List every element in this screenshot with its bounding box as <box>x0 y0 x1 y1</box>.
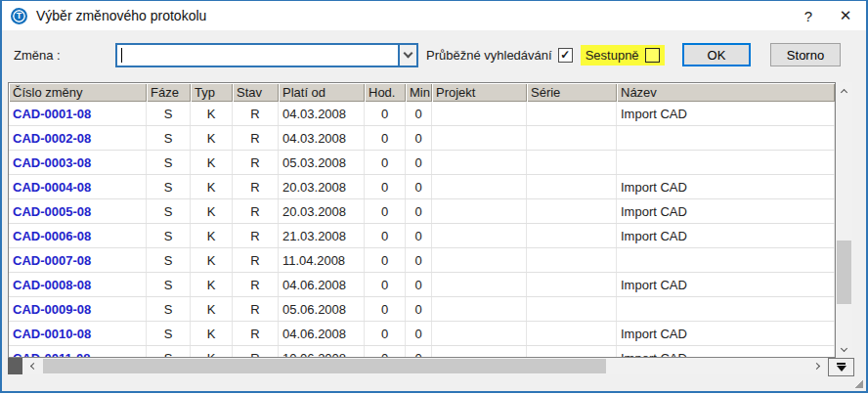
column-header[interactable]: Stav <box>233 83 279 102</box>
table-row[interactable]: CAD-0005-08SKR20.03.200800Import CAD <box>9 199 835 224</box>
change-number-link[interactable]: CAD-0011-08 <box>9 346 147 358</box>
table-row[interactable]: CAD-0011-08SKR10.06.200800Import CAD <box>9 346 835 358</box>
scroll-left-button[interactable] <box>23 358 40 374</box>
grid-cell: R <box>233 224 279 247</box>
ok-button[interactable]: OK <box>682 43 751 66</box>
grid-cell <box>432 248 527 272</box>
horizontal-scrollbar[interactable] <box>8 358 826 374</box>
grid-cell: Import CAD <box>617 199 835 223</box>
grid-cell: R <box>233 248 279 272</box>
change-combobox[interactable] <box>115 43 418 67</box>
grid-cell: 0 <box>365 248 406 272</box>
scroll-right-button[interactable] <box>809 358 826 374</box>
table-row[interactable]: CAD-0002-08SKR04.03.200800 <box>9 126 835 151</box>
resize-grip[interactable] <box>854 379 863 388</box>
grid-cell <box>617 297 835 321</box>
grid-cell: Import CAD <box>617 322 835 345</box>
vertical-scrollbar[interactable] <box>836 82 852 358</box>
grid-cell: 0 <box>406 151 432 174</box>
grid-cell: R <box>233 175 279 198</box>
grid-cell: Import CAD <box>617 175 835 198</box>
change-number-link[interactable]: CAD-0001-08 <box>9 102 147 125</box>
grid-cell <box>432 346 527 358</box>
column-header[interactable]: Typ <box>191 83 233 102</box>
column-header[interactable]: Min <box>406 83 432 102</box>
help-button[interactable]: ? <box>790 1 827 30</box>
grid-cell: 0 <box>406 102 432 125</box>
table-row[interactable]: CAD-0010-08SKR04.06.200800Import CAD <box>9 322 835 346</box>
grid-cell: 05.03.2008 <box>279 151 365 174</box>
grid-cell <box>617 151 835 174</box>
grid-cell <box>527 126 617 150</box>
grid-cell: K <box>191 151 233 174</box>
grid-cell: K <box>191 102 233 125</box>
close-icon: ✕ <box>840 7 852 24</box>
change-input[interactable] <box>117 45 398 66</box>
chevron-down-icon <box>841 344 847 351</box>
grid-cell: 0 <box>406 175 432 198</box>
grid-cell: 20.03.2008 <box>279 175 365 198</box>
change-number-link[interactable]: CAD-0007-08 <box>9 248 147 272</box>
table-row[interactable]: CAD-0004-08SKR20.03.200800Import CAD <box>9 175 835 199</box>
descending-checkbox[interactable] <box>645 48 660 63</box>
chevron-right-icon <box>812 363 819 370</box>
table-row[interactable]: CAD-0006-08SKR21.03.200800Import CAD <box>9 224 835 248</box>
app-icon-letter: T <box>17 11 22 21</box>
table-row[interactable]: CAD-0007-08SKR11.04.200800 <box>9 248 835 273</box>
vertical-scrollbar-thumb[interactable] <box>837 241 851 304</box>
grid-cell: 0 <box>365 102 406 125</box>
change-number-link[interactable]: CAD-0006-08 <box>9 224 147 247</box>
column-header[interactable]: Číslo změny <box>9 83 147 102</box>
scroll-down-button[interactable] <box>836 341 852 358</box>
grid-cell: 04.06.2008 <box>279 273 365 296</box>
end-of-list-icon <box>837 363 846 365</box>
table-row[interactable]: CAD-0003-08SKR05.03.200800 <box>9 151 835 175</box>
incremental-search-checkbox[interactable]: ✓ <box>558 48 573 63</box>
change-number-link[interactable]: CAD-0004-08 <box>9 175 147 198</box>
grid-cell: 0 <box>365 151 406 174</box>
help-icon: ? <box>804 8 812 24</box>
change-number-link[interactable]: CAD-0008-08 <box>9 273 147 296</box>
grid-cell: R <box>233 151 279 174</box>
search-toolbar: Změna : Průběžné vyhledávání ✓ Sestupně … <box>2 30 866 79</box>
column-header[interactable]: Projekt <box>432 83 527 102</box>
change-number-link[interactable]: CAD-0005-08 <box>9 199 147 223</box>
go-to-last-record-button[interactable] <box>828 358 854 376</box>
horizontal-scrollbar-thumb[interactable] <box>43 359 606 373</box>
change-number-link[interactable]: CAD-0009-08 <box>9 297 147 321</box>
grid-cell: 0 <box>406 224 432 247</box>
combo-dropdown-button[interactable] <box>398 45 416 66</box>
change-number-link[interactable]: CAD-0010-08 <box>9 322 147 345</box>
change-number-link[interactable]: CAD-0002-08 <box>9 126 147 150</box>
column-header[interactable]: Platí od <box>279 83 365 102</box>
cancel-button[interactable]: Storno <box>770 43 841 66</box>
change-number-link[interactable]: CAD-0003-08 <box>9 151 147 174</box>
table-row[interactable]: CAD-0008-08SKR04.06.200800Import CAD <box>9 273 835 297</box>
grid-cell: 0 <box>365 322 406 345</box>
table-row[interactable]: CAD-0001-08SKR04.03.200800Import CAD <box>9 102 835 126</box>
grid-cell: 0 <box>365 346 406 358</box>
grid-cell: K <box>191 175 233 198</box>
change-field-label: Změna : <box>14 48 115 63</box>
grid-cell: 11.04.2008 <box>279 248 365 272</box>
grid-cell: 0 <box>406 297 432 321</box>
grid-cell <box>527 297 617 321</box>
column-header[interactable]: Fáze <box>147 83 191 102</box>
grid-cell <box>527 248 617 272</box>
grid-cell: K <box>191 224 233 247</box>
column-header[interactable]: Hod. <box>365 83 406 102</box>
grid-cell: 0 <box>406 126 432 150</box>
close-button[interactable]: ✕ <box>827 1 864 30</box>
grid-cell: S <box>147 248 191 272</box>
column-header[interactable]: Série <box>527 83 617 102</box>
column-header[interactable]: Název <box>617 83 835 102</box>
grid-cell: R <box>233 102 279 125</box>
table-row[interactable]: CAD-0009-08SKR05.06.200800 <box>9 297 835 322</box>
grid-cell: 0 <box>406 273 432 296</box>
scroll-up-button[interactable] <box>836 82 852 99</box>
splitter-box[interactable] <box>8 358 22 374</box>
grid-cell <box>432 102 527 125</box>
grid-cell: 0 <box>365 199 406 223</box>
grid-cell <box>617 126 835 150</box>
grid-cell: R <box>233 322 279 345</box>
